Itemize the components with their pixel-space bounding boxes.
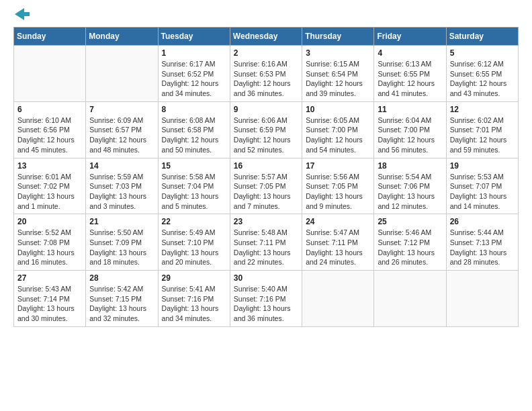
day-info: Sunrise: 5:59 AM Sunset: 7:03 PM Dayligh…	[89, 172, 154, 212]
day-number: 11	[378, 105, 442, 114]
day-info: Sunrise: 5:56 AM Sunset: 7:05 PM Dayligh…	[306, 172, 370, 212]
calendar-cell: 14Sunrise: 5:59 AM Sunset: 7:03 PM Dayli…	[86, 158, 158, 214]
col-header-saturday: Saturday	[446, 28, 518, 46]
calendar-cell: 6Sunrise: 6:10 AM Sunset: 6:56 PM Daylig…	[14, 101, 86, 158]
calendar-cell: 1Sunrise: 6:17 AM Sunset: 6:52 PM Daylig…	[158, 46, 230, 102]
day-number: 26	[450, 217, 515, 226]
calendar-cell: 18Sunrise: 5:54 AM Sunset: 7:06 PM Dayli…	[374, 158, 446, 214]
calendar-cell: 9Sunrise: 6:06 AM Sunset: 6:59 PM Daylig…	[230, 101, 302, 158]
day-number: 6	[17, 105, 82, 114]
day-number: 3	[306, 48, 370, 58]
day-info: Sunrise: 5:53 AM Sunset: 7:07 PM Dayligh…	[450, 172, 515, 212]
day-info: Sunrise: 6:02 AM Sunset: 7:01 PM Dayligh…	[450, 116, 515, 155]
calendar-cell: 11Sunrise: 6:04 AM Sunset: 7:00 PM Dayli…	[374, 101, 446, 158]
logo	[13, 13, 30, 20]
calendar-cell	[446, 271, 518, 327]
calendar-header-row: SundayMondayTuesdayWednesdayThursdayFrid…	[14, 28, 519, 46]
calendar-cell: 15Sunrise: 5:58 AM Sunset: 7:04 PM Dayli…	[158, 158, 230, 214]
day-number: 9	[234, 105, 298, 114]
day-number: 8	[162, 105, 226, 114]
day-info: Sunrise: 5:40 AM Sunset: 7:16 PM Dayligh…	[234, 284, 298, 324]
day-info: Sunrise: 5:58 AM Sunset: 7:04 PM Dayligh…	[162, 172, 226, 212]
calendar-cell: 22Sunrise: 5:49 AM Sunset: 7:10 PM Dayli…	[158, 214, 230, 271]
day-number: 14	[89, 161, 154, 171]
day-number: 12	[450, 105, 515, 114]
day-info: Sunrise: 5:46 AM Sunset: 7:12 PM Dayligh…	[378, 228, 442, 267]
calendar-cell: 8Sunrise: 6:08 AM Sunset: 6:58 PM Daylig…	[158, 101, 230, 158]
col-header-friday: Friday	[374, 28, 446, 46]
calendar-cell: 30Sunrise: 5:40 AM Sunset: 7:16 PM Dayli…	[230, 271, 302, 327]
calendar-cell: 7Sunrise: 6:09 AM Sunset: 6:57 PM Daylig…	[86, 101, 158, 158]
day-number: 7	[89, 105, 154, 114]
day-number: 28	[89, 273, 154, 283]
calendar-cell: 5Sunrise: 6:12 AM Sunset: 6:55 PM Daylig…	[446, 46, 518, 102]
day-info: Sunrise: 5:49 AM Sunset: 7:10 PM Dayligh…	[162, 228, 226, 267]
calendar-cell: 20Sunrise: 5:52 AM Sunset: 7:08 PM Dayli…	[14, 214, 86, 271]
calendar-week-4: 20Sunrise: 5:52 AM Sunset: 7:08 PM Dayli…	[14, 214, 519, 271]
day-info: Sunrise: 6:04 AM Sunset: 7:00 PM Dayligh…	[378, 116, 442, 155]
col-header-wednesday: Wednesday	[230, 28, 302, 46]
day-number: 18	[378, 161, 442, 171]
day-info: Sunrise: 6:05 AM Sunset: 7:00 PM Dayligh…	[306, 116, 370, 155]
day-info: Sunrise: 6:16 AM Sunset: 6:53 PM Dayligh…	[234, 59, 298, 99]
day-number: 21	[89, 217, 154, 226]
day-info: Sunrise: 6:06 AM Sunset: 6:59 PM Dayligh…	[234, 116, 298, 155]
calendar-cell	[86, 46, 158, 102]
page-header	[13, 13, 519, 20]
day-info: Sunrise: 5:57 AM Sunset: 7:05 PM Dayligh…	[234, 172, 298, 212]
calendar-cell: 17Sunrise: 5:56 AM Sunset: 7:05 PM Dayli…	[302, 158, 374, 214]
day-info: Sunrise: 6:15 AM Sunset: 6:54 PM Dayligh…	[306, 59, 370, 99]
calendar-cell: 19Sunrise: 5:53 AM Sunset: 7:07 PM Dayli…	[446, 158, 518, 214]
day-info: Sunrise: 5:50 AM Sunset: 7:09 PM Dayligh…	[89, 228, 154, 267]
day-number: 13	[17, 161, 82, 171]
calendar-cell: 25Sunrise: 5:46 AM Sunset: 7:12 PM Dayli…	[374, 214, 446, 271]
day-number: 15	[162, 161, 226, 171]
day-number: 24	[306, 217, 370, 226]
day-number: 10	[306, 105, 370, 114]
calendar-cell	[374, 271, 446, 327]
svg-marker-0	[15, 8, 30, 20]
day-info: Sunrise: 5:41 AM Sunset: 7:16 PM Dayligh…	[162, 284, 226, 324]
calendar-cell: 10Sunrise: 6:05 AM Sunset: 7:00 PM Dayli…	[302, 101, 374, 158]
col-header-monday: Monday	[86, 28, 158, 46]
calendar-cell	[302, 271, 374, 327]
calendar-cell	[14, 46, 86, 102]
col-header-sunday: Sunday	[14, 28, 86, 46]
calendar-cell: 29Sunrise: 5:41 AM Sunset: 7:16 PM Dayli…	[158, 271, 230, 327]
calendar-cell: 2Sunrise: 6:16 AM Sunset: 6:53 PM Daylig…	[230, 46, 302, 102]
calendar-week-5: 27Sunrise: 5:43 AM Sunset: 7:14 PM Dayli…	[14, 271, 519, 327]
day-info: Sunrise: 6:12 AM Sunset: 6:55 PM Dayligh…	[450, 59, 515, 99]
calendar-cell: 4Sunrise: 6:13 AM Sunset: 6:55 PM Daylig…	[374, 46, 446, 102]
calendar-cell: 24Sunrise: 5:47 AM Sunset: 7:11 PM Dayli…	[302, 214, 374, 271]
day-info: Sunrise: 5:54 AM Sunset: 7:06 PM Dayligh…	[378, 172, 442, 212]
col-header-thursday: Thursday	[302, 28, 374, 46]
day-number: 5	[450, 48, 515, 58]
day-info: Sunrise: 5:47 AM Sunset: 7:11 PM Dayligh…	[306, 228, 370, 267]
day-info: Sunrise: 6:01 AM Sunset: 7:02 PM Dayligh…	[17, 172, 82, 212]
day-number: 29	[162, 273, 226, 283]
calendar-cell: 27Sunrise: 5:43 AM Sunset: 7:14 PM Dayli…	[14, 271, 86, 327]
day-number: 22	[162, 217, 226, 226]
calendar-cell: 12Sunrise: 6:02 AM Sunset: 7:01 PM Dayli…	[446, 101, 518, 158]
day-info: Sunrise: 5:43 AM Sunset: 7:14 PM Dayligh…	[17, 284, 82, 324]
calendar-cell: 26Sunrise: 5:44 AM Sunset: 7:13 PM Dayli…	[446, 214, 518, 271]
day-number: 17	[306, 161, 370, 171]
calendar-cell: 28Sunrise: 5:42 AM Sunset: 7:15 PM Dayli…	[86, 271, 158, 327]
day-number: 25	[378, 217, 442, 226]
day-info: Sunrise: 5:44 AM Sunset: 7:13 PM Dayligh…	[450, 228, 515, 267]
day-number: 2	[234, 48, 298, 58]
day-number: 27	[17, 273, 82, 283]
col-header-tuesday: Tuesday	[158, 28, 230, 46]
calendar-cell: 3Sunrise: 6:15 AM Sunset: 6:54 PM Daylig…	[302, 46, 374, 102]
day-number: 20	[17, 217, 82, 226]
day-info: Sunrise: 5:52 AM Sunset: 7:08 PM Dayligh…	[17, 228, 82, 267]
day-info: Sunrise: 5:48 AM Sunset: 7:11 PM Dayligh…	[234, 228, 298, 267]
day-number: 23	[234, 217, 298, 226]
day-number: 19	[450, 161, 515, 171]
calendar-cell: 21Sunrise: 5:50 AM Sunset: 7:09 PM Dayli…	[86, 214, 158, 271]
calendar-week-2: 6Sunrise: 6:10 AM Sunset: 6:56 PM Daylig…	[14, 101, 519, 158]
logo-arrow-icon	[15, 8, 30, 20]
calendar-week-1: 1Sunrise: 6:17 AM Sunset: 6:52 PM Daylig…	[14, 46, 519, 102]
calendar-table: SundayMondayTuesdayWednesdayThursdayFrid…	[13, 27, 519, 327]
day-info: Sunrise: 5:42 AM Sunset: 7:15 PM Dayligh…	[89, 284, 154, 324]
